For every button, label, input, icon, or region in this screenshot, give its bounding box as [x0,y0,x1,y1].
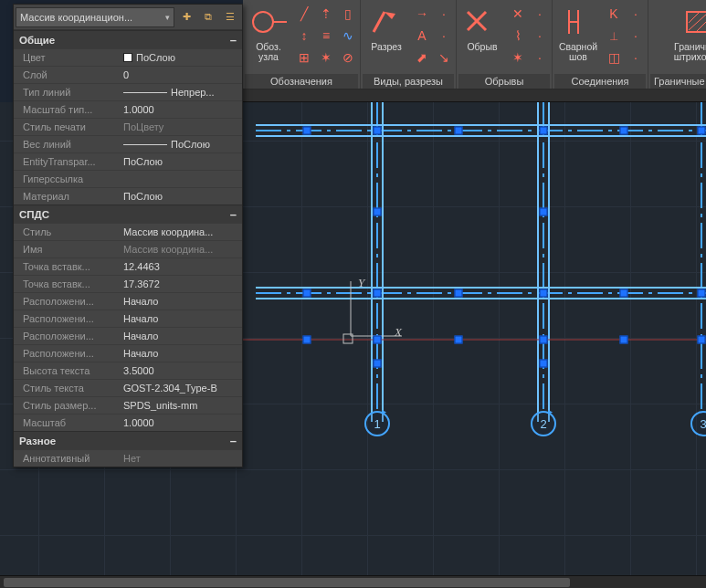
small-btn-v3[interactable]: A [412,26,432,46]
grip[interactable] [698,336,706,344]
property-value[interactable]: ПоСлою [120,139,242,150]
section-button[interactable]: Разрез [363,2,410,54]
grip[interactable] [698,289,706,298]
section-header-general[interactable]: Общие– [14,30,242,48]
property-value[interactable]: 0 [120,69,242,80]
grip[interactable] [374,208,382,216]
property-row: EntityTranspar...ПоСлою [14,152,242,170]
small-btn-v4[interactable]: · [434,26,454,46]
small-btn-v6[interactable]: ↘ [434,47,454,68]
small-btn-j1[interactable]: K [604,4,624,24]
grip[interactable] [303,289,311,298]
small-btn-v1[interactable]: → [412,4,432,24]
quick-select-icon[interactable]: ☰ [220,7,240,27]
property-value[interactable]: 1.0000 [120,104,242,115]
small-btn-d5[interactable]: ≡ [316,26,336,46]
property-value[interactable]: SPDS_units-mm [120,400,242,411]
property-name: EntityTranspar... [14,156,120,167]
property-value[interactable]: 3.5000 [120,365,242,376]
small-btn-b3[interactable]: ⌇ [508,26,528,46]
grip[interactable] [455,127,463,135]
property-value[interactable]: 1.0000 [120,417,242,428]
small-btn-d1[interactable]: ╱ [294,4,314,24]
object-type-selector[interactable]: Массив координацион... ▾ [16,7,174,27]
small-btn-b2[interactable]: · [530,4,550,24]
small-btn-d9[interactable]: ⊘ [338,47,358,68]
small-btn-j3[interactable]: ⟂ [604,26,624,46]
property-value[interactable]: Массив координа... [120,226,242,237]
small-btn-j6[interactable]: · [626,47,646,68]
small-btn-v2[interactable]: · [434,4,454,24]
grip[interactable] [303,127,311,135]
small-btn-j5[interactable]: ◫ [604,47,624,68]
grip[interactable] [540,336,548,344]
boundary-hatch-button[interactable]: Граничнаяштриховка [670,2,706,64]
property-value[interactable]: ПоСлою [120,156,242,167]
small-btn-v5[interactable]: ⬈ [412,47,432,68]
breaks-small-buttons: ✕ · ⌇ · ✶ · [508,2,550,68]
property-value[interactable]: 12.4463 [120,261,242,272]
grip[interactable] [374,289,382,298]
small-btn-b6[interactable]: · [530,47,550,68]
weld-button[interactable]: Сварнойшов [554,2,602,64]
small-btn-b5[interactable]: ✶ [508,47,528,68]
grip[interactable] [540,289,548,298]
property-value[interactable]: Начало [120,296,242,307]
weld-label2: шов [569,51,587,62]
small-btn-d6[interactable]: ∿ [338,26,358,46]
grip[interactable] [540,208,548,216]
property-value[interactable]: Массив координа... [120,244,242,255]
document-tab-bar[interactable] [243,89,706,102]
grip[interactable] [455,336,463,344]
grip[interactable] [374,336,382,344]
node-designation-button[interactable]: Обоз.узла [245,2,292,64]
property-value[interactable]: ПоЦвету [120,121,242,132]
grip[interactable] [303,336,311,344]
grip[interactable] [540,127,548,135]
break-button[interactable]: Обрыв [458,2,506,54]
property-value[interactable]: ПоСлою [120,52,242,63]
horizontal-scrollbar[interactable] [0,575,706,588]
property-value[interactable]: GOST-2.304_Type-B [120,383,242,394]
small-btn-d8[interactable]: ✶ [316,47,336,68]
section-header-spds[interactable]: СПДС– [14,205,242,223]
section-header-misc[interactable]: Разное– [14,431,242,449]
property-value[interactable]: Нет [120,453,242,464]
axis-bubble-1[interactable]: 1▸ [364,411,390,436]
property-name: Тип линий [14,87,120,98]
small-btn-b4[interactable]: · [530,26,550,46]
select-objects-icon[interactable]: ⧉ [198,7,218,27]
grip[interactable] [455,289,463,298]
small-btn-j4[interactable]: · [626,26,646,46]
property-value[interactable]: Начало [120,313,242,324]
property-name: Масштаб тип... [14,104,120,115]
property-value[interactable]: Непрер... [120,87,242,98]
svg-line-10 [696,19,706,32]
grip[interactable] [374,360,382,368]
property-name: Стиль [14,226,120,237]
property-value[interactable]: Начало [120,348,242,359]
grip[interactable] [620,127,628,135]
small-btn-d7[interactable]: ⊞ [294,47,314,68]
small-btn-d2[interactable]: ⇡ [316,4,336,24]
grip[interactable] [698,127,706,135]
small-btn-j2[interactable]: · [626,4,646,24]
small-btn-d3[interactable]: ▯ [338,4,358,24]
property-value[interactable]: Начало [120,331,242,341]
property-value[interactable]: 17.3672 [120,278,242,289]
ribbon-group-title-views: Виды, разрезы [363,74,454,89]
property-row: Масштаб1.0000 [14,414,242,431]
property-value[interactable]: ПоСлою [120,191,242,202]
section-title: Разное [19,436,56,446]
ribbon-group-hatch: Граничнаяштриховка Граничные формы [648,0,706,89]
small-btn-d4[interactable]: ↕ [294,26,314,46]
axis-bubble-2[interactable]: 2▸ [531,411,556,436]
section-icon [366,4,406,40]
grip[interactable] [540,360,548,368]
small-btn-b1[interactable]: ✕ [508,4,528,24]
grip[interactable] [620,336,628,344]
grip[interactable] [374,127,382,135]
grip[interactable] [620,289,628,298]
scrollbar-thumb[interactable] [4,578,570,587]
toggle-pickadd-icon[interactable]: ✚ [176,7,196,27]
